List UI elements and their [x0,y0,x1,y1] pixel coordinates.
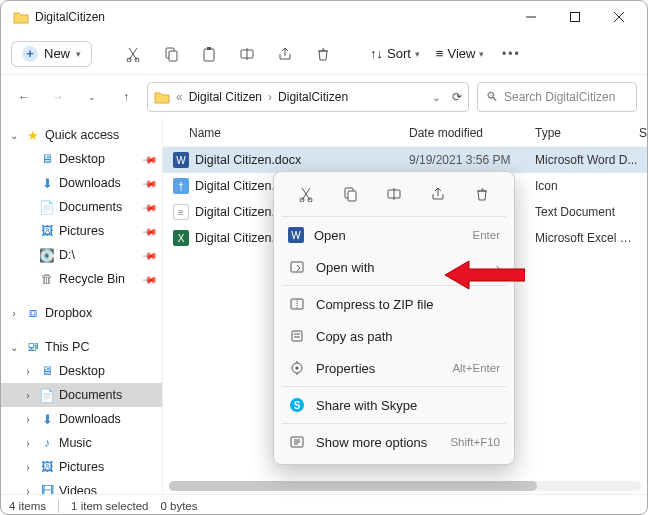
pictures-icon: 🖼 [39,223,55,239]
ctx-more-options[interactable]: Show more options Shift+F10 [274,426,514,458]
svg-rect-15 [348,191,356,201]
recycle-icon: 🗑 [39,271,55,287]
recent-chevron[interactable]: ⌄ [79,84,105,110]
dropbox-icon: ⧈ [25,305,41,321]
context-menu: W Open Enter Open with › Compress to ZIP… [273,171,515,465]
horizontal-scrollbar[interactable] [169,481,641,491]
sort-button[interactable]: ↑↓ Sort ▾ [364,42,426,65]
up-button[interactable]: ↑ [113,84,139,110]
col-type[interactable]: Type [535,126,639,140]
downloads-icon: ⬇ [39,411,55,427]
paste-icon[interactable] [192,40,226,68]
sidebar-pc-videos[interactable]: ›🎞Videos [1,479,162,494]
skype-icon: S [288,396,306,414]
star-icon: ★ [25,127,41,143]
word-icon: W [173,152,189,168]
ctx-compress-zip[interactable]: Compress to ZIP file [274,288,514,320]
nav-row: ← → ⌄ ↑ « Digital Citizen › DigitalCitiz… [1,75,647,119]
sidebar-d-drive[interactable]: 💽D:\📌 [1,243,162,267]
image-icon: † [173,178,189,194]
status-size: 0 bytes [160,500,197,512]
svg-text:S: S [294,400,301,411]
sidebar-dropbox[interactable]: ›⧈Dropbox [1,301,162,325]
maximize-button[interactable] [553,1,597,33]
sidebar-pictures[interactable]: 🖼Pictures📌 [1,219,162,243]
sidebar-pc-desktop[interactable]: ›🖥Desktop [1,359,162,383]
drive-icon: 💽 [39,247,55,263]
more-icon [288,433,306,451]
search-box[interactable]: 🔍︎ Search DigitalCitizen [477,82,637,112]
minimize-button[interactable] [509,1,553,33]
ctx-open[interactable]: W Open Enter [274,219,514,251]
openwith-icon [288,258,306,276]
downloads-icon: ⬇ [39,175,55,191]
more-icon[interactable]: ••• [494,40,528,68]
sidebar-desktop[interactable]: 🖥Desktop📌 [1,147,162,171]
history-chevron[interactable]: ⌄ [432,92,440,103]
sidebar-pc-documents[interactable]: ›📄Documents [1,383,162,407]
svg-rect-21 [292,331,302,341]
chevron-down-icon: ▾ [76,49,81,59]
videos-icon: 🎞 [39,483,55,494]
status-count: 4 items [9,500,46,512]
ctx-cut-icon[interactable] [292,182,320,206]
search-icon: 🔍︎ [486,90,498,104]
share-icon[interactable] [268,40,302,68]
cut-icon[interactable] [116,40,150,68]
svg-marker-34 [445,261,525,289]
address-bar[interactable]: « Digital Citizen › DigitalCitizen ⌄ ⟳ [147,82,469,112]
sidebar-documents[interactable]: 📄Documents📌 [1,195,162,219]
word-icon: W [288,227,304,243]
sidebar-pc-pictures[interactable]: ›🖼Pictures [1,455,162,479]
copy-icon[interactable] [154,40,188,68]
navigation-pane: ⌄★Quick access 🖥Desktop📌 ⬇Downloads📌 📄Do… [1,119,162,494]
new-button[interactable]: + New ▾ [11,41,92,67]
col-date[interactable]: Date modified [409,126,535,140]
pin-icon: 📌 [142,199,158,215]
back-button[interactable]: ← [11,84,37,110]
rename-icon[interactable] [230,40,264,68]
pin-icon: 📌 [142,271,158,287]
delete-icon[interactable] [306,40,340,68]
view-icon: ≡ [436,46,444,61]
file-row[interactable]: WDigital Citizen.docx 9/19/2021 3:56 PM … [163,147,647,173]
sidebar-this-pc[interactable]: ⌄🖳This PC [1,335,162,359]
window-title: DigitalCitizen [35,10,105,24]
sidebar-pc-downloads[interactable]: ›⬇Downloads [1,407,162,431]
ctx-delete-icon[interactable] [468,182,496,206]
refresh-icon[interactable]: ⟳ [452,90,462,104]
pin-icon: 📌 [142,247,158,263]
title-bar: DigitalCitizen [1,1,647,33]
desktop-icon: 🖥 [39,151,55,167]
view-button[interactable]: ≡ View ▾ [430,42,491,65]
forward-button[interactable]: → [45,84,71,110]
crumb-1[interactable]: Digital Citizen [189,90,262,104]
ctx-copy-path[interactable]: Copy as path [274,320,514,352]
documents-icon: 📄 [39,387,55,403]
svg-rect-7 [169,51,177,61]
sort-icon: ↑↓ [370,46,383,61]
ctx-share-icon[interactable] [424,182,452,206]
ctx-properties[interactable]: Properties Alt+Enter [274,352,514,384]
pc-icon: 🖳 [25,339,41,355]
col-name[interactable]: Name [163,126,409,140]
ctx-rename-icon[interactable] [380,182,408,206]
sidebar-pc-music[interactable]: ›♪Music [1,431,162,455]
ctx-share-skype[interactable]: S Share with Skype [274,389,514,421]
status-selection: 1 item selected [71,500,148,512]
documents-icon: 📄 [39,199,55,215]
sidebar-downloads[interactable]: ⬇Downloads📌 [1,171,162,195]
svg-rect-9 [207,47,211,50]
zip-icon [288,295,306,313]
music-icon: ♪ [39,435,55,451]
annotation-arrow [445,259,525,291]
pin-icon: 📌 [142,151,158,167]
sidebar-quick-access[interactable]: ⌄★Quick access [1,123,162,147]
pin-icon: 📌 [142,223,158,239]
pictures-icon: 🖼 [39,459,55,475]
col-size[interactable]: S [639,126,647,140]
sidebar-recycle-bin[interactable]: 🗑Recycle Bin📌 [1,267,162,291]
crumb-2[interactable]: DigitalCitizen [278,90,348,104]
close-button[interactable] [597,1,641,33]
ctx-copy-icon[interactable] [336,182,364,206]
